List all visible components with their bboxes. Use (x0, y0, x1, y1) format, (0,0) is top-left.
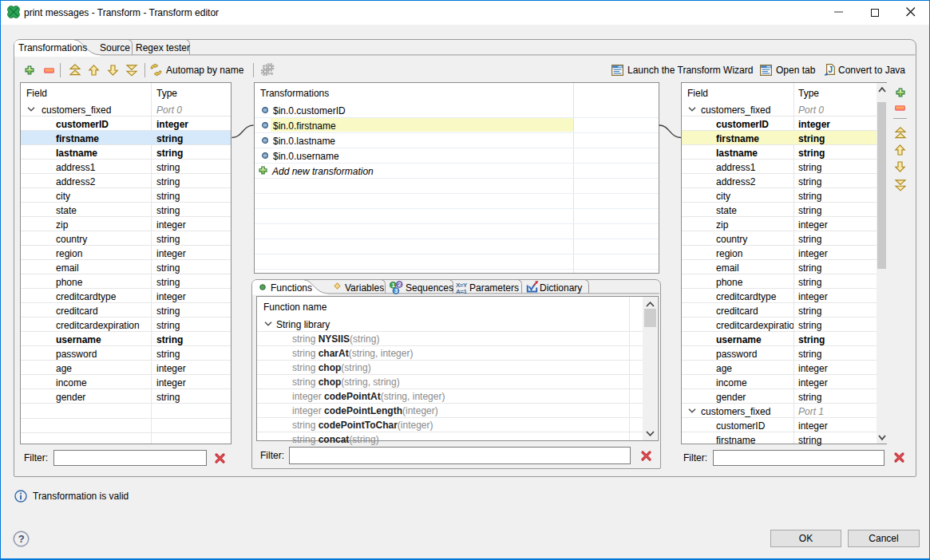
svg-text:A=1: A=1 (456, 288, 467, 295)
svg-text:2: 2 (398, 281, 401, 288)
svg-text:?: ? (18, 533, 25, 545)
svg-text:3: 3 (394, 287, 398, 294)
